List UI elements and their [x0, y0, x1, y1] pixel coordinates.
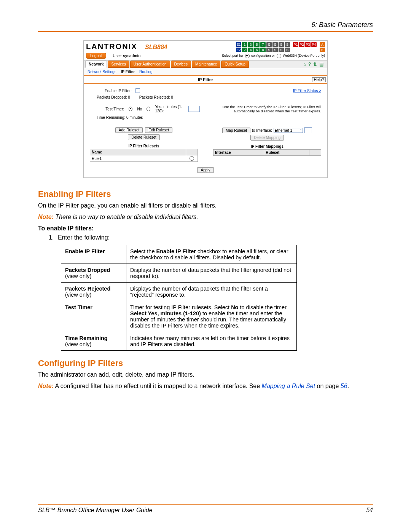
port-e2[interactable]: E2: [236, 48, 241, 52]
radio-webssh[interactable]: [277, 54, 281, 58]
port-1[interactable]: 1: [242, 42, 247, 47]
port-5[interactable]: 5: [254, 42, 260, 47]
packets-dropped: Packets Dropped: 0: [97, 95, 130, 99]
port-4[interactable]: 4: [248, 48, 253, 52]
port-e[interactable]: E: [320, 48, 325, 52]
help-icon[interactable]: ?: [308, 62, 311, 67]
param-time-remaining-val: Indicates how many minutes are left on t…: [126, 332, 297, 350]
step-1: 1. Enter the following:: [49, 234, 373, 241]
brand-logo: LANTRONIX: [86, 42, 140, 51]
mapping-rule-set-link[interactable]: Mapping a Rule Set: [262, 383, 315, 389]
sub-tabs: Network Settings IP Filter Routing: [84, 68, 327, 76]
main-tabs: Network Services User Authentication Dev…: [84, 60, 327, 68]
port-s[interactable]: S: [279, 42, 284, 47]
chapter-header: 6: Basic Parameters: [38, 21, 373, 29]
subtab-routing[interactable]: Routing: [139, 70, 152, 74]
test-timer-no-label: No: [137, 107, 142, 111]
test-timer-minutes-input[interactable]: [188, 106, 200, 112]
apply-button[interactable]: Apply: [197, 167, 213, 173]
panel-icon[interactable]: ▤: [319, 62, 323, 67]
rulesets-title: IP Filter Rulesets: [90, 144, 198, 148]
port-3[interactable]: 3: [248, 42, 253, 47]
add-ruleset-button[interactable]: Add Ruleset: [115, 127, 143, 133]
interface-select[interactable]: Ethernet 1˅: [274, 128, 303, 133]
param-enable-key: Enable IP Filter: [65, 248, 105, 254]
tab-network[interactable]: Network: [85, 61, 107, 68]
port-s[interactable]: S: [285, 48, 290, 52]
col-name: Name: [90, 149, 186, 155]
time-remaining: Time Remaining: 0 minutes: [97, 115, 143, 120]
rule-name: Rule1: [90, 155, 186, 162]
logout-button[interactable]: Logout: [86, 53, 106, 59]
rulesets-table: Name Rule1: [90, 149, 198, 162]
section-configuring-p1: The administrator can add, edit, delete,…: [38, 371, 373, 379]
app-screenshot: LANTRONIX SLB884 E1 1 3 5 7 S S S S P1 P…: [83, 40, 328, 178]
port-s[interactable]: S: [266, 42, 272, 47]
tab-quick-setup[interactable]: Quick Setup: [221, 61, 249, 68]
port-p3[interactable]: P3: [305, 42, 311, 47]
rule-select-radio[interactable]: [190, 156, 194, 161]
page-title: IP Filter: [198, 77, 213, 82]
tab-devices[interactable]: Devices: [171, 61, 191, 68]
param-enable-val: Select the Enable IP Filter checkbox to …: [126, 245, 297, 264]
port-s[interactable]: S: [266, 48, 272, 52]
delete-mapping-button[interactable]: Delete Mapping: [250, 135, 284, 141]
map-ruleset-button[interactable]: Map Ruleset: [222, 128, 250, 133]
chevron-down-icon: ˅: [300, 128, 302, 133]
port-s[interactable]: S: [285, 42, 290, 47]
user-label: User:: [113, 54, 122, 58]
ip-filter-status-link[interactable]: IP Filter Status >: [293, 89, 321, 93]
brand-area: LANTRONIX SLB884: [86, 42, 167, 51]
port-s[interactable]: S: [272, 42, 278, 47]
port-8[interactable]: 8: [260, 48, 266, 52]
test-timer-no-radio[interactable]: [129, 107, 132, 111]
section-configuring-title: Configuring IP Filters: [38, 358, 373, 368]
port-a[interactable]: A: [320, 42, 325, 47]
param-rejected-key: Packets Rejected: [65, 286, 110, 292]
port-s[interactable]: S: [279, 48, 284, 52]
param-rejected-val: Displays the number of data packets that…: [126, 282, 297, 301]
help-button[interactable]: Help?: [312, 77, 326, 82]
page-footer: SLB™ Branch Office Manager User Guide 54: [38, 501, 373, 514]
subtab-network-settings[interactable]: Network Settings: [88, 70, 116, 74]
enable-ip-filter-checkbox[interactable]: [135, 88, 140, 93]
subtab-ip-filter[interactable]: IP Filter: [121, 70, 135, 74]
port-e1[interactable]: E1: [236, 42, 241, 47]
section-enabling-p1: On the IP Filter page, you can enable al…: [38, 201, 373, 210]
port-6[interactable]: 6: [254, 48, 260, 52]
delete-ruleset-button[interactable]: Delete Ruleset: [128, 134, 160, 140]
port-s[interactable]: S: [272, 48, 278, 52]
col-interface: Interface: [213, 150, 264, 156]
map-extra-input[interactable]: [304, 127, 312, 133]
to-enable-subhead: To enable IP filters:: [38, 225, 373, 232]
enable-ip-filter-label: Enable IP Filter:: [90, 89, 132, 93]
tree-icon[interactable]: ⇅: [313, 62, 317, 67]
to-interface-label: to Interface:: [252, 128, 272, 133]
tab-user-authentication[interactable]: User Authentication: [130, 61, 170, 68]
param-test-timer-val: Timer for testing IP Filter rulesets. Se…: [126, 301, 297, 332]
param-test-timer-key: Test Timer: [65, 304, 92, 310]
note-configuring: Note: A configured filter has no effect …: [38, 383, 373, 390]
test-timer-hint: Use the Test Timer to verify the IP Filt…: [211, 105, 321, 113]
param-dropped-key: Packets Dropped: [65, 267, 110, 273]
section-enabling-title: Enabling IP Filters: [38, 189, 373, 199]
port-2[interactable]: 2: [242, 48, 247, 52]
header-rule: [38, 31, 373, 32]
col-ruleset: Ruleset: [264, 150, 309, 156]
port-panel: E1 1 3 5 7 S S S S P1 P2 P3 P4 A: [236, 42, 325, 52]
edit-ruleset-button[interactable]: Edit Ruleset: [145, 127, 172, 133]
test-timer-yes-radio[interactable]: [147, 107, 150, 111]
footer-page-number: 54: [366, 507, 373, 514]
param-dropped-val: Displays the number of data packets that…: [126, 264, 297, 282]
table-row[interactable]: Rule1: [90, 155, 198, 162]
radio-configuration[interactable]: [245, 54, 250, 58]
port-7[interactable]: 7: [260, 42, 266, 47]
packets-rejected: Packets Rejected: 0: [139, 95, 173, 99]
tab-services[interactable]: Services: [108, 61, 129, 68]
tab-maintenance[interactable]: Maintenance: [192, 61, 220, 68]
home-icon[interactable]: ⌂: [303, 62, 306, 67]
port-p1[interactable]: P1: [293, 42, 298, 47]
port-p2[interactable]: P2: [299, 42, 304, 47]
parameter-table: Enable IP Filter Select the Enable IP Fi…: [61, 245, 297, 351]
port-p4[interactable]: P4: [311, 42, 317, 47]
